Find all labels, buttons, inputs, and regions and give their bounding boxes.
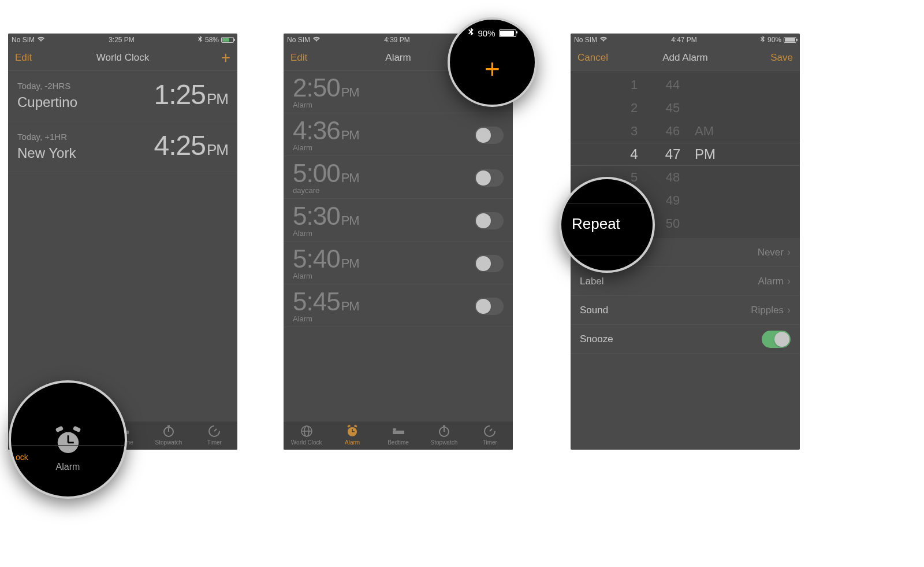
tab-world-clock[interactable]: World Clock (284, 421, 329, 450)
chevron-right-icon: › (787, 246, 791, 258)
city-label: New York (17, 145, 76, 161)
edit-button[interactable]: Edit (290, 52, 325, 64)
timer-icon (192, 424, 237, 439)
alarm-toggle[interactable] (475, 169, 504, 187)
svg-rect-23 (393, 431, 404, 434)
battery-icon (221, 37, 234, 43)
alarm-label: daycare (293, 186, 359, 195)
svg-rect-19 (347, 425, 351, 428)
cut-text: ock (16, 453, 28, 462)
row-key: Repeat (572, 215, 620, 233)
status-time: 4:47 PM (671, 36, 697, 44)
stopwatch-icon (421, 424, 467, 439)
wifi-icon (312, 36, 321, 44)
world-clock-list: Today, -2HRS Cupertino 1:25PM Today, +1H… (8, 71, 237, 172)
row-value: Never (758, 247, 784, 258)
callout-repeat-row: Repeat (559, 177, 655, 273)
alarm-label: Alarm (293, 272, 359, 280)
stopwatch-icon (146, 424, 191, 439)
alarm-row[interactable]: 4:36PM Alarm (284, 113, 513, 156)
battery-pct: 90% (478, 28, 495, 38)
tab-alarm[interactable]: Alarm (329, 421, 375, 450)
nav-bar: Cancel Add Alarm Save (571, 45, 800, 71)
city-time: 4:25PM (154, 129, 228, 161)
status-time: 3:25 PM (109, 36, 135, 44)
wifi-icon (37, 36, 45, 44)
edit-button[interactable]: Edit (15, 52, 50, 64)
offset-label: Today, +1HR (17, 132, 76, 142)
row-key: Sound (580, 305, 608, 316)
tab-timer[interactable]: Timer (467, 421, 513, 450)
snooze-toggle[interactable] (762, 331, 791, 348)
tab-timer[interactable]: Timer (192, 421, 237, 450)
page-title: Add Alarm (612, 52, 758, 64)
battery-icon (784, 37, 796, 43)
chevron-right-icon: › (787, 304, 791, 316)
world-clock-row[interactable]: Today, -2HRS Cupertino 1:25PM (8, 71, 237, 121)
alarm-clock-icon (329, 424, 375, 439)
svg-rect-27 (443, 425, 445, 427)
alarm-row[interactable]: 5:45PM Alarm (284, 284, 513, 327)
alarm-label: Alarm (293, 101, 359, 109)
city-time: 1:25PM (154, 79, 228, 110)
offset-label: Today, -2HRS (17, 81, 77, 91)
bed-icon (375, 424, 421, 439)
snooze-row[interactable]: Snooze (571, 325, 800, 354)
row-value: Alarm (758, 276, 784, 287)
chevron-right-icon: › (787, 275, 791, 287)
tab-stopwatch[interactable]: Stopwatch (146, 421, 191, 450)
city-label: Cupertino (17, 94, 77, 110)
carrier-label: No SIM (574, 36, 597, 44)
tab-bar: World Clock Alarm Bedtime Stopwatch Time… (284, 421, 513, 450)
bluetooth-icon (468, 28, 474, 38)
alarm-toggle[interactable] (475, 127, 504, 144)
callout-alarm-tab: ock Alarm (9, 380, 127, 499)
status-bar: No SIM 4:47 PM 90% (571, 34, 800, 45)
battery-pct: 90% (767, 36, 781, 44)
plus-icon: + (221, 49, 230, 66)
svg-line-29 (490, 429, 492, 431)
battery-icon (499, 29, 516, 37)
carrier-label: No SIM (287, 36, 310, 44)
cancel-button[interactable]: Cancel (578, 52, 612, 64)
svg-rect-32 (72, 425, 80, 432)
row-value: Ripples (751, 305, 784, 316)
alarm-toggle[interactable] (475, 255, 504, 272)
carrier-label: No SIM (12, 36, 35, 44)
nav-bar: Edit World Clock + (8, 45, 237, 71)
row-key: Label (580, 276, 604, 287)
sound-row[interactable]: Sound Ripples› (571, 296, 800, 325)
svg-rect-20 (354, 425, 357, 428)
bluetooth-icon (761, 36, 765, 45)
callout-add-button: 90% + (448, 17, 537, 107)
timer-icon (467, 424, 513, 439)
alarm-toggle[interactable] (475, 298, 504, 315)
row-key: Snooze (580, 333, 613, 345)
page-title: World Clock (50, 52, 196, 64)
alarm-row[interactable]: 5:00PM daycare (284, 156, 513, 199)
svg-line-14 (214, 429, 217, 431)
tab-stopwatch[interactable]: Stopwatch (421, 421, 467, 450)
save-button[interactable]: Save (758, 52, 793, 64)
alarm-label: Alarm (293, 314, 359, 323)
svg-rect-31 (55, 425, 63, 432)
world-clock-row[interactable]: Today, +1HR New York 4:25PM (8, 121, 237, 172)
bluetooth-icon (198, 36, 203, 45)
alarm-label: Alarm (293, 229, 359, 238)
svg-rect-24 (393, 428, 396, 431)
globe-icon (284, 424, 329, 439)
alarm-label: Alarm (293, 143, 359, 152)
alarm-clock-icon (52, 425, 84, 459)
tab-bedtime[interactable]: Bedtime (375, 421, 421, 450)
tab-label: Alarm (52, 462, 84, 472)
picker-ampm[interactable]: AM PM (695, 71, 729, 238)
alarm-list[interactable]: 2:50PM Alarm 4:36PM Alarm 5:00PM daycare… (284, 71, 513, 421)
alarm-row[interactable]: 5:30PM Alarm (284, 199, 513, 242)
alarm-toggle[interactable] (475, 212, 504, 229)
plus-icon: + (450, 55, 535, 82)
picker-minutes[interactable]: 44 45 46 47 48 49 50 (660, 71, 685, 238)
status-bar: No SIM 3:25 PM 58% (8, 34, 237, 45)
status-time: 4:39 PM (384, 36, 410, 44)
add-button[interactable]: + (196, 50, 230, 66)
alarm-row[interactable]: 5:40PM Alarm (284, 242, 513, 284)
